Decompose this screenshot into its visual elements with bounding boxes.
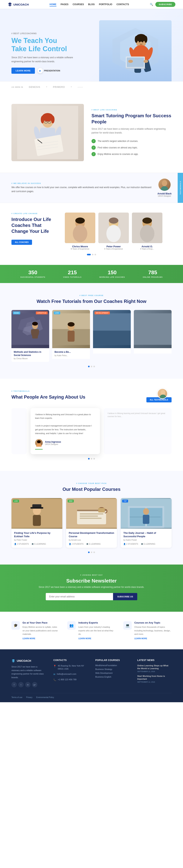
- check-icon-3: ✓: [92, 152, 96, 156]
- presentation-button[interactable]: ▶ PRESENTATION: [38, 68, 60, 73]
- course-students-2: 👤 2 STUDENTS: [69, 543, 83, 545]
- footer-news-title: LATEST NEWS: [137, 659, 172, 661]
- feature-item-2: ✓ Find video courses on almost any topic…: [92, 146, 172, 150]
- dot-3[interactable]: [94, 366, 95, 367]
- course-dot-1[interactable]: [88, 552, 89, 553]
- subscribe-button[interactable]: SUBSCRIBE: [155, 2, 175, 7]
- footer-contact-info: 📍 45 Roaring St, New York NY 09531 USA ✉…: [53, 664, 88, 682]
- newsletter-email-input[interactable]: [46, 593, 113, 600]
- nav-link-portfolio[interactable]: PORTFOLIO: [99, 3, 112, 6]
- hero-title: We Teach You Take Life Control: [11, 36, 99, 53]
- experts-learn-more[interactable]: LEARN MORE: [78, 638, 91, 640]
- brand-primero: PRIMERO: [53, 86, 65, 88]
- course-author-3: by Katrin Pestel: [123, 539, 169, 541]
- testi-dot-1[interactable]: [88, 458, 89, 460]
- coach-exp-2: 6 Years of Experience: [98, 248, 129, 250]
- svg-point-5: [144, 36, 147, 43]
- stat-4: 785 ONLINE PROGRAMS: [143, 270, 163, 278]
- footer-news-col: LATEST NEWS Online Learning Steps up Wha…: [137, 659, 172, 687]
- course-dot-3[interactable]: [94, 552, 95, 553]
- feature-pace-content: Go at Your Own Pace Enjoy lifetime acces…: [23, 621, 60, 640]
- footer-privacy[interactable]: Privacy: [26, 696, 32, 699]
- testimonials-title: What People Are Saying About Us: [11, 394, 85, 400]
- footer-env-policy[interactable]: Environmental Policy: [36, 696, 54, 699]
- all-coaches-button[interactable]: ALL COACHES: [11, 240, 32, 245]
- brand-label: AS SEEN IN: [11, 86, 23, 88]
- pace-text: Enjoy lifetime access to syllabi, notes …: [23, 625, 60, 636]
- footer-about: UNICOACH Since 2017 we have been a visio…: [11, 659, 46, 687]
- tutoring-section: # BEST LIFE COACHING Smart Tutoring Prog…: [0, 92, 183, 173]
- coach-exp-1: 8 Years of Experience: [65, 248, 95, 250]
- course-card-3[interactable]: TOP The Daily Journal – Habit of Success…: [121, 498, 172, 548]
- footer-course-2[interactable]: Business Strategy: [95, 668, 130, 670]
- tutorial-card-3[interactable]: DEVELOPMENT: [93, 310, 131, 362]
- testi-dot-3[interactable]: [94, 458, 95, 460]
- nav-link-home[interactable]: HOME: [49, 3, 57, 6]
- hero-buttons: LEARN MORE ▶ PRESENTATION: [11, 68, 99, 74]
- course-info-3: The Daily Journal – Habit of Successful …: [121, 529, 172, 548]
- testimonials-title-block: # TESTIMONIALS What People Are Saying Ab…: [11, 390, 85, 402]
- tutorial-card-1[interactable]: EASE LIFESTYLE Metho: [11, 310, 49, 362]
- svg-point-68: [37, 440, 41, 443]
- tutorial-card-2[interactable]: LIVE Become a Be... by Katie Petra...: [52, 310, 90, 362]
- page-dot-3[interactable]: [95, 254, 96, 255]
- news-title-2[interactable]: Start Working from Home is Important: [137, 675, 172, 681]
- learn-more-button[interactable]: LEARN MORE: [11, 68, 35, 74]
- stat-label-1: SUCCESSFUL STUDENTS: [21, 276, 45, 278]
- nav-link-blog[interactable]: BLOG: [88, 3, 95, 6]
- news-date-1: SEPTEMBER 12, 2016: [137, 671, 172, 673]
- footer-course-3[interactable]: Web Development: [95, 672, 130, 674]
- course-badge-3: TOP: [122, 500, 128, 502]
- testi-dot-2[interactable]: [91, 458, 92, 460]
- course-card-1[interactable]: LIVE Finding Your Life's Purpose by Eckh…: [11, 498, 62, 548]
- tutorial-title-1: Methods and Statistics in Social Science…: [14, 350, 47, 357]
- courses-tag: # CHOOSE YOUR BEST PICK: [11, 483, 172, 484]
- band-person: Arnold Black UI/UX Designer: [157, 179, 172, 197]
- testimonials-tag: # TESTIMONIALS: [11, 390, 85, 392]
- pace-icon: 🎓: [11, 621, 20, 630]
- course-dot-2[interactable]: [91, 552, 92, 553]
- brand-other: ───: [78, 86, 83, 88]
- footer-terms[interactable]: Terms of use: [11, 696, 22, 699]
- coaches-section: # CREATE LIFE CHANGE Introduce Our Life …: [0, 203, 183, 265]
- footer-course-4[interactable]: Business English: [95, 676, 130, 678]
- course-type-2: 💻 E-LEARNING: [86, 543, 101, 545]
- svg-point-47: [140, 225, 154, 242]
- nav-link-contacts[interactable]: CONTACTS: [116, 3, 129, 6]
- social-facebook[interactable]: f: [11, 682, 17, 687]
- page-dot-2[interactable]: [92, 254, 94, 255]
- svg-point-14: [128, 60, 133, 63]
- pace-learn-more[interactable]: LEARN MORE: [23, 638, 35, 640]
- svg-rect-89: [143, 515, 149, 524]
- social-google[interactable]: g+: [32, 682, 37, 687]
- testi-avatar-main: [35, 439, 43, 447]
- nav-link-courses[interactable]: COURSES: [73, 3, 84, 6]
- newsletter-section: # JOINING BEST DAY Subscribe Newsletter …: [0, 564, 183, 612]
- dot-2[interactable]: [91, 366, 92, 367]
- social-twitter[interactable]: t: [18, 682, 24, 687]
- nav-link-pages[interactable]: PAGES: [61, 3, 68, 6]
- vid-tag-alt-1: LIFESTYLE: [36, 311, 48, 314]
- testi-person-main: Anna Ingrosso UI/UX Designer: [35, 439, 95, 447]
- experts-title: Industry Experts: [78, 621, 115, 624]
- nav-logo[interactable]: UNICOACH: [8, 2, 29, 7]
- search-button[interactable]: 🔍: [150, 3, 153, 6]
- courses-learn-more[interactable]: LEARN MORE: [135, 638, 147, 640]
- hero-person-image: [99, 20, 172, 81]
- testi-text-main: I believe in lifelong learning and Unico…: [35, 413, 95, 435]
- course-card-2[interactable]: NEW Personal Development Transformation: [66, 498, 117, 548]
- tutorial-author-2: by Katie Petra...: [54, 354, 88, 356]
- page-dot-1[interactable]: [87, 254, 91, 255]
- footer-course-1[interactable]: MindfulnessFoundation: [95, 664, 130, 666]
- coach-exp-3: 4 Years of Exp...: [132, 248, 162, 250]
- dot-1[interactable]: [88, 366, 89, 367]
- social-linkedin[interactable]: in: [25, 682, 31, 687]
- svg-point-88: [143, 508, 149, 515]
- feature-courses: 💻 Courses on Any Topic Choose from thous…: [123, 621, 172, 640]
- nav-links: HOME PAGES COURSES BLOG PORTFOLIO CONTAC…: [49, 3, 129, 6]
- news-title-1[interactable]: Online Learning Steps up What the World …: [137, 664, 172, 670]
- tutorial-card-4[interactable]: [134, 310, 172, 362]
- coaches-grid: Chriss Moore 8 Years of Experience Peter…: [65, 213, 172, 250]
- coach-image-3: [132, 213, 162, 243]
- newsletter-submit-button[interactable]: SUBSCRIBE US: [113, 593, 137, 600]
